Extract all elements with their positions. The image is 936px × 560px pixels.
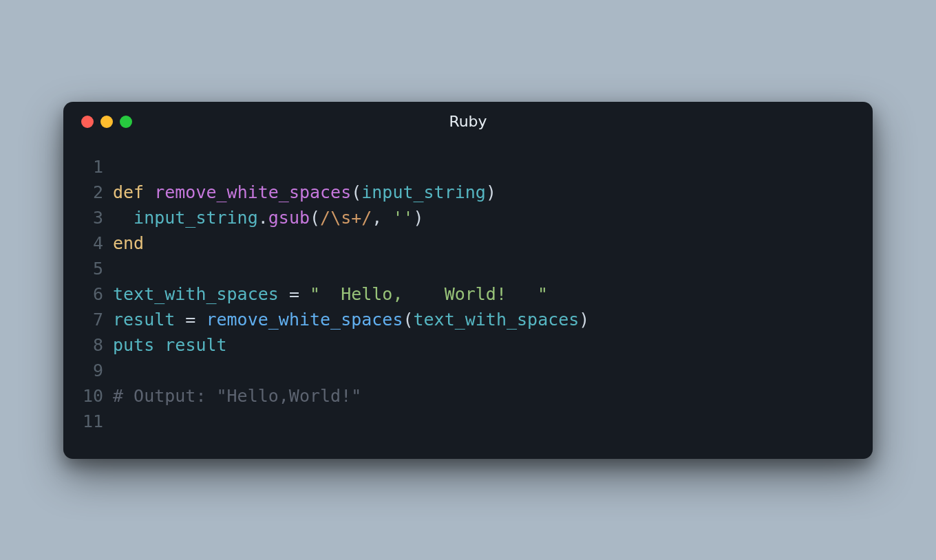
code-content: text_with_spaces = " Hello, World! ": [113, 281, 548, 307]
paren-open: (: [403, 310, 413, 330]
argument: text_with_spaces: [414, 310, 579, 330]
keyword-def: def: [113, 182, 144, 202]
maximize-icon[interactable]: [120, 116, 132, 128]
code-window: Ruby 1 2 def remove_white_spaces(input_s…: [63, 102, 873, 459]
identifier: input_string: [134, 208, 258, 228]
comment: # Output: "Hello,World!": [113, 386, 361, 406]
paren-close: ): [414, 208, 424, 228]
function-name: remove_white_spaces: [154, 182, 351, 202]
code-editor[interactable]: 1 2 def remove_white_spaces(input_string…: [63, 142, 873, 459]
code-content: # Output: "Hello,World!": [113, 383, 361, 409]
line-number: 3: [81, 205, 113, 230]
identifier: result: [113, 310, 175, 330]
string-literal: " Hello, World! ": [310, 284, 548, 304]
paren-open: (: [351, 182, 361, 202]
line-number: 7: [81, 307, 113, 332]
code-line: 10 # Output: "Hello,World!": [81, 383, 855, 409]
code-line: 9: [81, 358, 855, 383]
parameter: input_string: [361, 182, 486, 202]
regex-literal: /\s+/: [320, 208, 372, 228]
code-content: end: [113, 230, 144, 256]
code-line: 2 def remove_white_spaces(input_string): [81, 180, 855, 205]
keyword-end: end: [113, 233, 144, 253]
code-line: 6 text_with_spaces = " Hello, World! ": [81, 281, 855, 307]
identifier: text_with_spaces: [113, 284, 279, 304]
line-number: 10: [81, 383, 113, 409]
line-number: 2: [81, 180, 113, 205]
code-line: 1: [81, 154, 855, 180]
dot: .: [258, 208, 268, 228]
window-title: Ruby: [63, 113, 873, 130]
line-number: 5: [81, 256, 113, 281]
code-line: 11: [81, 409, 855, 434]
line-number: 8: [81, 332, 113, 358]
code-line: 7 result = remove_white_spaces(text_with…: [81, 307, 855, 332]
paren-close: ): [579, 310, 589, 330]
identifier: puts: [113, 335, 154, 355]
method-call: gsub: [268, 208, 310, 228]
line-number: 9: [81, 358, 113, 383]
traffic-lights: [81, 116, 132, 128]
string-literal: '': [392, 208, 413, 228]
comma: ,: [372, 208, 392, 228]
minimize-icon[interactable]: [100, 116, 113, 128]
line-number: 6: [81, 281, 113, 307]
code-line: 4 end: [81, 230, 855, 256]
paren-open: (: [310, 208, 320, 228]
code-line: 8 puts result: [81, 332, 855, 358]
code-content: input_string.gsub(/\s+/, ''): [113, 205, 424, 230]
close-icon[interactable]: [81, 116, 94, 128]
titlebar: Ruby: [63, 102, 873, 142]
assign-op: =: [279, 284, 310, 304]
line-number: 1: [81, 154, 113, 180]
line-number: 4: [81, 230, 113, 256]
code-line: 5: [81, 256, 855, 281]
assign-op: =: [175, 310, 206, 330]
code-line: 3 input_string.gsub(/\s+/, ''): [81, 205, 855, 230]
identifier: result: [164, 335, 226, 355]
code-content: puts result: [113, 332, 227, 358]
paren-close: ): [486, 182, 496, 202]
line-number: 11: [81, 409, 113, 434]
function-call: remove_white_spaces: [206, 310, 403, 330]
code-content: result = remove_white_spaces(text_with_s…: [113, 307, 589, 332]
code-content: def remove_white_spaces(input_string): [113, 180, 496, 205]
